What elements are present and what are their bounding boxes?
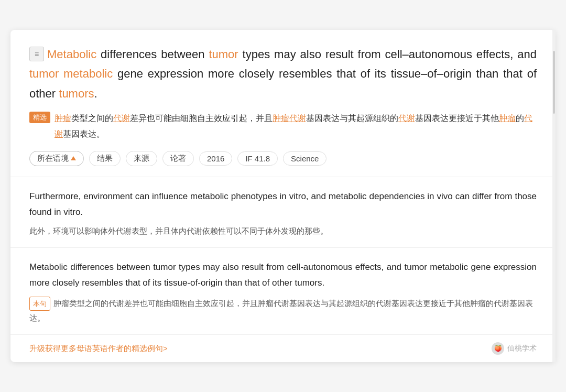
tag-source[interactable]: 来源 [126,151,157,166]
zh-tumor-metabolic: 肿瘤代谢 [273,114,306,123]
upgrade-bar: 升级获得更多母语英语作者的精选例句> 🍑 仙桃学术 [10,335,556,362]
doc-icon: ≡ [29,47,44,61]
brand-icon: 🍑 [492,342,504,355]
tag-year-label: 2016 [207,154,224,163]
sentence-text-4: . [94,87,97,100]
word-tumor-1: tumor [209,48,238,61]
tag-year[interactable]: 2016 [199,151,232,166]
chinese-text: 肿瘤类型之间的代谢差异也可能由细胞自主效应引起，并且肿瘤代谢基因表达与其起源组织… [55,111,537,143]
tags-row: 所在语境 结果 来源 论著 2016 IF 41.8 [29,151,537,166]
tag-context-arrow [71,156,76,160]
zh-metabolic-2: 代谢 [398,114,415,123]
tag-journal[interactable]: Science [283,151,326,166]
word-tumor-metabolic: tumor metabolic [29,67,113,80]
main-sentence: ≡Metabolic differences between tumor typ… [29,45,537,103]
tag-result-label: 结果 [97,154,113,164]
badge-jingxuan: 精选 [29,112,50,123]
example1-en: Furthermore, environment can influence m… [29,189,537,220]
sentence-text-2: types may also result from cell–autonomo… [238,48,537,61]
sentence-text-1: differences between [96,48,209,61]
tag-source-label: 来源 [134,154,149,164]
tag-if-label: IF 41.8 [245,154,270,163]
example2-zh-text: 肿瘤类型之间的代谢差异也可能由细胞自主效应引起，并且肿瘤代谢基因表达与其起源组织… [29,299,533,322]
example1-zh: 此外，环境可以影响体外代谢表型，并且体内代谢依赖性可以不同于体外发现的那些。 [29,224,537,238]
example-block-2: Metabolic differences between tumor type… [10,248,556,335]
tag-paper-label: 论著 [170,154,186,164]
tag-journal-label: Science [291,154,319,163]
zh-tumor-2: 肿瘤 [499,114,516,123]
main-sentence-block: ≡Metabolic differences between tumor typ… [10,30,556,177]
brand-logo: 🍑 仙桃学术 [492,342,537,355]
word-metabolic: Metabolic [47,48,96,61]
chinese-translation-block: 精选 肿瘤类型之间的代谢差异也可能由细胞自主效应引起，并且肿瘤代谢基因表达与其起… [29,111,537,143]
scrollbar-track [552,30,556,362]
word-tumors: tumors [59,87,94,100]
zh-metabolic-1: 代谢 [113,114,130,123]
tag-if[interactable]: IF 41.8 [237,151,278,166]
zh-tumor-1: 肿瘤 [55,114,71,123]
tag-context-label: 所在语境 [37,154,69,164]
example2-en: Metabolic differences between tumor type… [29,259,537,291]
tag-result[interactable]: 结果 [89,151,121,166]
badge-benju: 本句 [29,297,50,311]
upgrade-link[interactable]: 升级获得更多母语英语作者的精选例句> [29,344,168,354]
example-block-1: Furthermore, environment can influence m… [10,177,556,248]
scrollbar-thumb[interactable] [553,51,555,114]
tag-paper[interactable]: 论著 [162,151,194,166]
brand-name: 仙桃学术 [507,344,537,353]
tag-context[interactable]: 所在语境 [29,151,84,166]
example2-zh-block: 本句肿瘤类型之间的代谢差异也可能由细胞自主效应引起，并且肿瘤代谢基因表达与其起源… [29,296,537,325]
